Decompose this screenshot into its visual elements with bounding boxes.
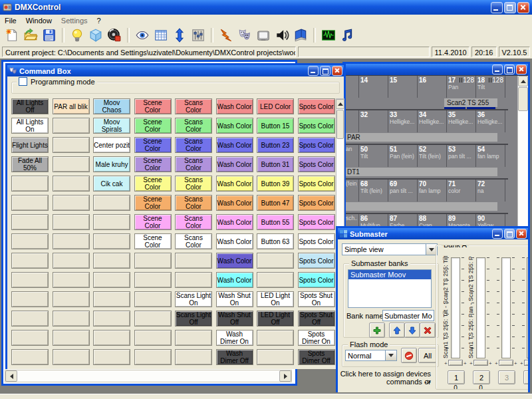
command-button[interactable]: Scene Color	[134, 233, 172, 249]
command-button-empty[interactable]	[53, 214, 90, 230]
command-button[interactable]: Button 55	[257, 214, 294, 230]
command-button-empty[interactable]	[257, 272, 294, 288]
channel-cell[interactable]: 34Helligke...	[418, 110, 447, 132]
channel-cell[interactable]: 50Tilt	[359, 145, 388, 167]
command-button-empty[interactable]	[93, 311, 130, 327]
command-button[interactable]: LED Light On	[257, 291, 294, 307]
command-button[interactable]: Wash Dimer Off	[216, 349, 253, 365]
command-button[interactable]: LED Color	[257, 98, 294, 114]
fader-thumb[interactable]	[473, 360, 488, 366]
command-button-empty[interactable]	[175, 330, 212, 346]
open-project-icon[interactable]	[23, 27, 39, 43]
command-button[interactable]: Flight Lights	[11, 137, 49, 153]
close-icon[interactable]	[516, 65, 527, 74]
command-button[interactable]: Wash Color	[216, 253, 253, 269]
add-bank-button[interactable]	[369, 323, 385, 338]
command-button-empty[interactable]	[11, 176, 49, 192]
move-up-button[interactable]	[389, 323, 405, 338]
command-button[interactable]: Button 63	[257, 233, 294, 249]
command-button[interactable]: PAR all blik	[53, 98, 90, 114]
command-button[interactable]: Scene Color	[134, 156, 172, 172]
command-button-empty[interactable]	[175, 253, 212, 269]
command-button[interactable]: Scene Color	[134, 137, 172, 153]
command-button[interactable]: Wash Dimer On	[216, 330, 253, 346]
waveform-display-icon[interactable]	[321, 27, 336, 43]
scrollbar-thumb[interactable]	[518, 87, 528, 111]
fader-track[interactable]	[451, 257, 460, 358]
speaker-icon[interactable]	[274, 27, 290, 43]
command-button-empty[interactable]	[134, 272, 172, 288]
close-icon[interactable]	[516, 229, 527, 239]
command-button-empty[interactable]	[93, 214, 130, 230]
command-button-empty[interactable]	[11, 349, 49, 365]
new-project-icon[interactable]	[4, 27, 20, 43]
fader-flash-button[interactable]: 4	[523, 370, 528, 384]
command-button[interactable]: Scans Color	[175, 98, 212, 114]
keyboard-key-icon[interactable]	[255, 27, 271, 43]
command-button[interactable]: Scans Color	[175, 118, 212, 134]
command-button-empty[interactable]	[257, 349, 294, 365]
command-button-empty[interactable]	[134, 311, 172, 327]
command-button[interactable]: All Lights Off	[11, 98, 49, 114]
channel-cell[interactable]: 53pan tilt ...	[447, 145, 476, 167]
command-button-empty[interactable]	[93, 349, 130, 365]
command-button-empty[interactable]	[53, 253, 90, 269]
fader-track[interactable]	[527, 257, 528, 358]
fader-flash-button[interactable]: 2	[473, 370, 490, 384]
light-bulb-icon[interactable]	[69, 27, 85, 43]
command-button[interactable]: Scans Light On	[175, 291, 212, 307]
command-button[interactable]: Scans Color	[175, 137, 212, 153]
command-button[interactable]: Wash Color	[216, 195, 253, 211]
command-button-empty[interactable]	[134, 349, 172, 365]
minimize-button[interactable]	[491, 2, 503, 13]
save-project-icon[interactable]	[41, 27, 57, 43]
delete-bank-button[interactable]	[420, 323, 436, 338]
channel-cell[interactable]: 71color	[447, 180, 476, 201]
menu-item-help[interactable]: ?	[92, 16, 106, 25]
command-button-empty[interactable]	[11, 195, 49, 211]
command-button[interactable]: Spots Color	[298, 233, 335, 249]
bank-name-input[interactable]	[382, 310, 434, 321]
command-button-empty[interactable]	[11, 291, 49, 307]
command-button-empty[interactable]	[175, 272, 212, 288]
command-button-empty[interactable]	[53, 195, 90, 211]
channel-cell[interactable]: 70fan lamp	[418, 180, 447, 201]
command-button-empty[interactable]	[11, 253, 49, 269]
channel-cell[interactable]: 68Tilt (fein)	[359, 180, 388, 201]
command-button-empty[interactable]	[93, 233, 130, 249]
maximize-button[interactable]	[504, 229, 515, 239]
command-button[interactable]: Wash Shut On	[216, 291, 253, 307]
vertical-scrollbar[interactable]	[517, 76, 528, 245]
channel-cell[interactable]: 33Helligke...	[388, 110, 418, 132]
channel-cell[interactable]: (fein)	[344, 180, 359, 201]
audio-cd-icon[interactable]	[106, 27, 122, 43]
channel-cell[interactable]: 72na	[476, 180, 505, 201]
maximize-button[interactable]	[504, 65, 515, 74]
command-button[interactable]: Scene Color	[134, 195, 172, 211]
channel-cell[interactable]: 14	[359, 76, 388, 98]
command-button-empty[interactable]	[175, 349, 212, 365]
command-button-empty[interactable]	[93, 291, 130, 307]
command-button-empty[interactable]	[53, 330, 90, 346]
channel-cell[interactable]: 52Tilt (fein)	[418, 145, 447, 167]
command-button[interactable]: Spots Color	[298, 118, 335, 134]
command-button[interactable]: Scans Color	[175, 214, 212, 230]
command-button[interactable]: Wash Color	[216, 118, 253, 134]
command-button[interactable]: Button 23	[257, 137, 294, 153]
command-button-empty[interactable]	[257, 253, 294, 269]
theater-masks-icon[interactable]	[237, 27, 253, 43]
command-button[interactable]: Moov Spirals	[93, 118, 130, 134]
channel-cell[interactable]: 17128Pan	[447, 76, 476, 98]
command-button[interactable]: Moov Chaos	[93, 98, 130, 114]
command-button[interactable]: Scans Color	[175, 233, 212, 249]
command-button[interactable]: Wash Color	[216, 233, 253, 249]
horizontal-scrollbar[interactable]	[5, 370, 292, 382]
lightning-arrow-icon[interactable]	[218, 27, 234, 43]
command-button-empty[interactable]	[53, 176, 90, 192]
channel-cell[interactable]: 69pan tilt ...	[388, 180, 418, 201]
command-button[interactable]: Spots Dimer Off	[298, 349, 335, 365]
command-button-empty[interactable]	[93, 195, 130, 211]
flash-disable-button[interactable]	[401, 348, 417, 363]
command-button[interactable]: LED Light Off	[257, 311, 294, 327]
command-button-empty[interactable]	[93, 253, 130, 269]
